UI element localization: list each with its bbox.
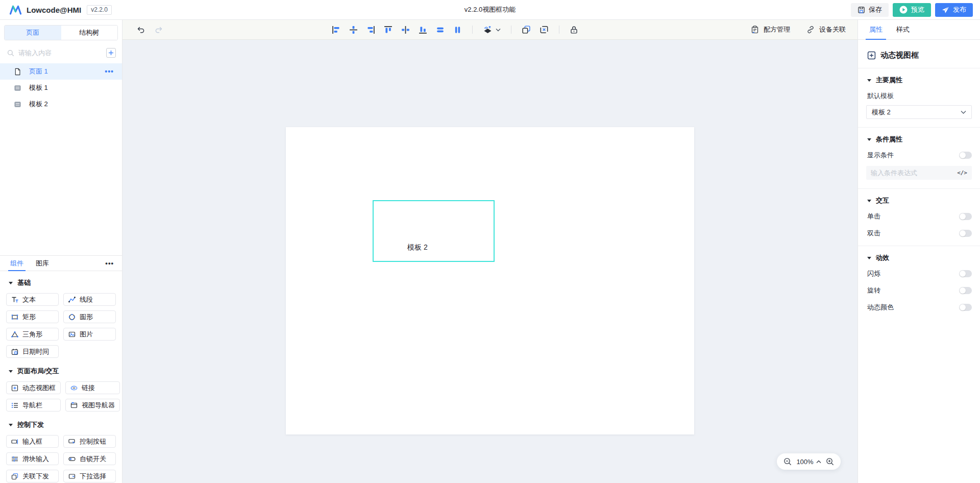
section-title: 控制下发: [17, 420, 44, 429]
components-more-button[interactable]: •••: [105, 261, 114, 265]
redo-button[interactable]: [154, 26, 163, 34]
recipe-management-button[interactable]: 配方管理: [764, 25, 790, 34]
align-tools-group: [332, 20, 578, 39]
page-item-label: 页面 1: [29, 67, 48, 76]
align-horizontal-center-icon[interactable]: [349, 26, 358, 34]
caret-down-icon: [9, 282, 13, 284]
add-page-button[interactable]: [106, 48, 116, 58]
flash-toggle[interactable]: [959, 270, 972, 277]
dropdown-icon: [68, 473, 76, 480]
tab-components[interactable]: 组件: [10, 256, 23, 271]
component-item-navbar[interactable]: 导航栏: [6, 399, 61, 412]
show-condition-toggle[interactable]: [959, 152, 972, 159]
section-title: 页面布局/交互: [17, 367, 59, 376]
condition-expression-input[interactable]: 输入条件表达式 </>: [866, 166, 972, 180]
template-icon: [14, 101, 21, 108]
publish-label: 发布: [953, 5, 966, 14]
design-canvas[interactable]: 模板 2 100%: [122, 40, 857, 483]
search-icon: [7, 50, 14, 57]
selected-viewframe-element[interactable]: 模板 2: [373, 200, 495, 262]
component-item-view-navigator[interactable]: 视图导航器: [65, 399, 120, 412]
left-sidebar: 页面 结构树 请输入内容: [0, 20, 122, 483]
document-title: v2.2.0视图框功能: [464, 5, 516, 14]
component-item-related-dispatch[interactable]: 关联下发: [6, 470, 59, 482]
page-list-item-template2[interactable]: 模板 2: [0, 96, 122, 112]
section-layout-interaction[interactable]: 页面布局/交互: [9, 367, 116, 376]
page-item-label: 模板 2: [29, 100, 48, 109]
component-label: 三角形: [22, 330, 42, 339]
distribute-vertical-icon[interactable]: [453, 26, 462, 34]
dynamic-color-toggle[interactable]: [959, 304, 972, 311]
component-item-datetime[interactable]: 日期时间: [6, 345, 59, 358]
section-main-properties[interactable]: 主要属性: [867, 76, 972, 85]
layer-order-icon: [483, 26, 493, 34]
group-icon[interactable]: [522, 25, 531, 34]
page-item-more-button[interactable]: •••: [105, 69, 114, 74]
rotate-toggle[interactable]: [959, 287, 972, 294]
dynamic-color-row: 动态颜色: [866, 303, 972, 312]
component-item-dynamic-viewframe[interactable]: 动态视图框: [6, 381, 61, 394]
lock-icon[interactable]: [570, 26, 578, 34]
zoom-level-button[interactable]: 100%: [796, 458, 821, 466]
preview-button[interactable]: 预览: [893, 3, 931, 17]
align-bottom-icon[interactable]: [419, 26, 427, 34]
component-label: 动态视图框: [22, 383, 56, 393]
undo-button[interactable]: [137, 26, 145, 34]
component-label: 线段: [80, 295, 93, 304]
page-list-item-page1[interactable]: 页面 1 •••: [0, 63, 122, 80]
section-condition-properties[interactable]: 条件属性: [867, 135, 972, 144]
component-item-rectangle[interactable]: 矩形: [6, 310, 59, 323]
tab-properties[interactable]: 属性: [869, 25, 883, 39]
component-item-text[interactable]: 文本: [6, 293, 59, 306]
play-icon: [899, 6, 908, 14]
component-item-dropdown-select[interactable]: 下拉选择: [63, 470, 116, 482]
components-tabs: 组件 图库 •••: [0, 256, 122, 271]
inspector-tabs: 属性 样式: [858, 20, 980, 40]
tab-structure-tree[interactable]: 结构树: [61, 26, 118, 40]
code-icon[interactable]: </>: [957, 170, 967, 176]
components-list: 基础 文本 线段: [0, 271, 122, 483]
component-label: 下拉选择: [80, 472, 106, 481]
page-list-item-template1[interactable]: 模板 1: [0, 80, 122, 96]
zoom-out-icon[interactable]: [783, 457, 792, 466]
component-item-input-box[interactable]: 输入框: [6, 435, 59, 448]
publish-button[interactable]: 发布: [935, 3, 973, 17]
artboard[interactable]: 模板 2: [286, 127, 694, 434]
default-template-select[interactable]: 模板 2: [866, 105, 972, 119]
ungroup-icon[interactable]: [540, 25, 549, 34]
section-control-dispatch[interactable]: 控制下发: [9, 420, 116, 429]
tab-gallery[interactable]: 图库: [36, 256, 49, 271]
component-item-control-button[interactable]: 控制按钮: [63, 435, 116, 448]
redo-icon: [154, 26, 163, 34]
component-item-slider-input[interactable]: 滑块输入: [6, 452, 59, 465]
component-item-image[interactable]: 图片: [63, 328, 116, 341]
align-vertical-center-icon[interactable]: [401, 26, 410, 34]
component-label: 输入框: [22, 437, 42, 446]
align-left-icon[interactable]: [332, 26, 340, 34]
section-title: 交互: [876, 196, 889, 205]
click-toggle[interactable]: [959, 213, 972, 220]
component-item-latching-switch[interactable]: 自锁开关: [63, 452, 116, 465]
double-click-row: 双击: [866, 229, 972, 238]
component-item-circle[interactable]: 圆形: [63, 310, 116, 323]
page-search-input[interactable]: 请输入内容: [7, 49, 102, 58]
line-segment-icon: [68, 296, 76, 303]
save-button[interactable]: 保存: [851, 3, 889, 17]
section-basic[interactable]: 基础: [9, 278, 116, 287]
distribute-horizontal-icon[interactable]: [436, 26, 445, 34]
device-association-button[interactable]: 设备关联: [819, 25, 846, 34]
align-right-icon[interactable]: [366, 26, 375, 34]
zoom-in-icon[interactable]: [826, 457, 834, 466]
tab-style[interactable]: 样式: [896, 25, 910, 39]
image-icon: [68, 331, 76, 338]
toolbar-right-group: 配方管理 设备关联: [751, 20, 846, 39]
component-item-triangle[interactable]: 三角形: [6, 328, 59, 341]
component-item-line[interactable]: 线段: [63, 293, 116, 306]
section-interaction[interactable]: 交互: [867, 196, 972, 205]
tab-pages[interactable]: 页面: [5, 26, 61, 40]
align-top-icon[interactable]: [384, 26, 393, 34]
section-animation[interactable]: 动效: [867, 253, 972, 262]
layer-order-button[interactable]: [483, 26, 501, 34]
component-item-link[interactable]: 链接: [65, 381, 120, 394]
double-click-toggle[interactable]: [959, 230, 972, 237]
